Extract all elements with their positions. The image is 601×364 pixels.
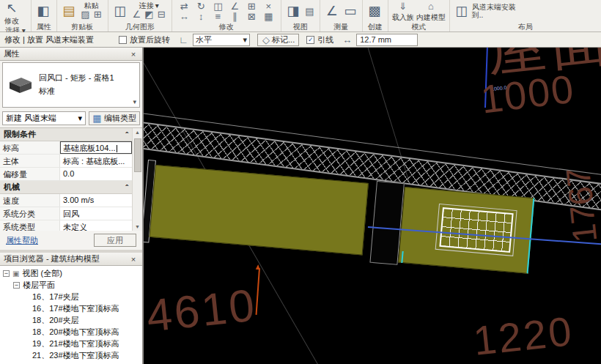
annotation-dim-1767[interactable]: 1767 <box>557 130 601 280</box>
tree-item-floorplan[interactable]: 16、17#楼地下室顶标高 <box>0 302 142 314</box>
load-family-button[interactable]: ⇓ 载入族 <box>392 1 414 21</box>
prop-system-type-value[interactable]: 未定义 <box>60 220 132 231</box>
annotation-dim-1000[interactable]: 1000 <box>479 68 577 119</box>
join-icon[interactable]: ◫ <box>112 3 128 19</box>
join-dropdown-icon[interactable]: ▾ <box>155 1 159 10</box>
type-variant: 标准 <box>39 85 114 98</box>
panel-label-clipboard[interactable]: 剪贴板 <box>59 22 106 31</box>
cut-geometry-icon[interactable]: ◩ <box>143 10 155 21</box>
offset-icon[interactable]: ⊟ <box>155 10 168 21</box>
group-header-mechanical[interactable]: 机械 ˆ <box>0 181 132 194</box>
expander-icon[interactable]: − <box>3 270 10 277</box>
edit-type-button[interactable]: ▦ 编辑类型 <box>89 111 140 125</box>
properties-close-icon[interactable]: × <box>128 50 139 59</box>
duct-mount-icon[interactable]: ◫ <box>454 3 470 19</box>
prop-offset-value[interactable]: 0.0 <box>60 168 132 180</box>
copy-icon[interactable]: ↕ <box>195 10 207 22</box>
orientation-select[interactable]: 水平 ▾ <box>193 34 250 46</box>
tree-root-views[interactable]: − ▣ 视图 (全部) <box>0 267 142 279</box>
scrollbar-thumb[interactable] <box>134 138 141 172</box>
leader-length-input[interactable]: 12.7 mm <box>356 34 418 46</box>
panel-label-create[interactable]: 创建 <box>364 22 386 31</box>
panel-label-mode[interactable]: 模式 <box>390 22 448 31</box>
rotate-after-label: 放置后旋转 <box>130 34 170 45</box>
ribbon-panel-clipboard: ▤ 粘贴 ▨ ⊞ 剪贴板 <box>57 0 108 31</box>
offset-tool-icon[interactable]: ∥ <box>229 10 241 22</box>
prop-velocity-value[interactable]: 3.00 m/s <box>60 194 132 207</box>
copy-to-clipboard-icon[interactable]: ⊞ <box>92 10 104 21</box>
element-filter-select[interactable]: 新建 风道末端 ▾ <box>2 111 86 125</box>
move-icon[interactable]: ↔ <box>178 10 191 22</box>
create-similar-icon[interactable]: ▩ <box>366 3 383 19</box>
visibility-icon[interactable]: ▤ <box>303 5 316 17</box>
tree-item-floorplan[interactable]: 19、21#楼地下室顶标高 <box>0 338 142 349</box>
leader-checkbox-box[interactable]: ✓ <box>306 36 314 44</box>
panel-label-modify[interactable]: 修改 <box>174 22 279 31</box>
panel-label-measure[interactable]: 测量 <box>322 22 361 31</box>
tag-settings-button[interactable]: ◇ 标记... <box>257 34 299 46</box>
panel-label-properties[interactable]: 属性 <box>33 22 55 31</box>
ribbon-panel-create: ▩ 创建 <box>363 0 388 31</box>
collapse-icon[interactable]: ˆ <box>125 130 128 139</box>
cursor-icon: ↖ <box>4 1 20 17</box>
tree-item-floorplan[interactable]: 16、17#夹层 <box>0 291 142 302</box>
tree-item-floorplan[interactable]: 18、20#楼地下室顶标高 <box>0 326 142 338</box>
match-type-icon[interactable]: ▨ <box>79 10 92 21</box>
annotation-dim-1220[interactable]: 1220 <box>471 311 575 362</box>
rotate-after-checkbox[interactable]: 放置后旋转 <box>119 34 170 45</box>
properties-scrollbar[interactable]: ▲ ▼ <box>132 128 142 231</box>
paste-icon[interactable]: ▤ <box>61 3 77 19</box>
prop-host-label: 主体 <box>0 155 60 167</box>
prop-level-value[interactable]: 基础底板104... <box>60 141 132 154</box>
leader-checkbox[interactable]: ✓ 引线 <box>306 34 333 45</box>
ribbon: ↖ 修改 选择 ▾ ◧ 属性 ▤ 粘贴 ▨ ⊞ <box>0 0 601 32</box>
prop-level-text: 基础底板104... <box>63 144 116 152</box>
tree-item-floorplan[interactable]: 18、20#夹层 <box>0 314 142 326</box>
expander-icon[interactable]: − <box>13 282 20 289</box>
tree-item-label: 16、17#楼地下室顶标高 <box>32 303 119 314</box>
properties-palette-icon[interactable]: ◧ <box>35 3 51 19</box>
tree-group-floorplans[interactable]: − 楼层平面 <box>0 279 142 291</box>
tree-item-floorplan[interactable]: 21、23#楼地下室顶标高 <box>0 349 142 361</box>
context-label: 修改 | 放置 风道末端装置 <box>4 34 94 45</box>
properties-help-link[interactable]: 属性帮助 <box>6 235 38 246</box>
pin-icon[interactable]: ▦ <box>262 10 275 22</box>
project-browser-close-icon[interactable]: × <box>128 255 139 264</box>
measure-angle-icon[interactable]: ∠ <box>324 3 340 19</box>
ruler-icon[interactable]: ▭ <box>342 3 358 19</box>
scroll-down-icon[interactable]: ▼ <box>135 223 140 231</box>
options-bar: 修改 | 放置 风道末端装置 放置后旋转 ∟ 水平 ▾ ◇ 标记... ✓ 引线… <box>0 32 601 48</box>
orientation-dropdown-icon: ▾ <box>243 35 248 45</box>
ribbon-panel-modify: ⇄ ↻ ◫ ∠ ⊞ × ↔ ↕ ≡ ∥ ⊠ ▦ 修改 <box>172 0 281 31</box>
prop-system-class-value[interactable]: 回风 <box>60 207 132 220</box>
panel-label-geometry[interactable]: 几何图形 <box>110 22 170 31</box>
scroll-up-icon[interactable]: ▲ <box>135 128 140 136</box>
paste-button-label[interactable]: 粘贴 <box>84 1 99 10</box>
prop-level-label: 标高 <box>0 141 60 154</box>
group-header-constraints[interactable]: 限制条件 ˆ <box>0 128 132 141</box>
cope-icon[interactable]: ∠ <box>130 10 143 21</box>
prop-host-value[interactable]: 标高 : 基础底板... <box>60 155 132 167</box>
duct-mount-label[interactable]: 风道末端安装到.. <box>472 3 517 20</box>
ribbon-panel-geometry: ◫ 连接 ▾ ∠ ◩ ⊟ 几何图形 <box>108 0 172 31</box>
panel-label-view[interactable]: 视图 <box>283 22 318 31</box>
type-dropdown-icon[interactable]: ▾ <box>133 98 136 105</box>
split-icon[interactable]: ≡ <box>212 10 224 22</box>
drawing-canvas[interactable]: 1000.0 屋面 1000 1767 4610 1220 <box>144 48 601 364</box>
annotation-dim-4610[interactable]: 4610 <box>144 282 259 338</box>
duct-segment-left[interactable] <box>150 165 369 256</box>
tree-item-label: 18、20#楼地下室顶标高 <box>32 327 119 338</box>
collapse-icon[interactable]: ˆ <box>125 183 128 192</box>
panel-label-layout[interactable]: 布局 <box>451 22 600 31</box>
join-button-label[interactable]: 连接 <box>139 1 154 10</box>
air-terminal-grille[interactable] <box>439 207 513 253</box>
rotate-after-checkbox-box[interactable] <box>119 36 127 44</box>
modify-button[interactable]: ↖ 修改 <box>4 1 20 25</box>
type-selector[interactable]: 回风口 - 矩形 - 蛋格1 标准 ▾ <box>2 62 140 108</box>
ribbon-panel-properties: ◧ 属性 <box>32 0 57 31</box>
apply-button[interactable]: 应用 <box>94 234 136 247</box>
inplace-model-button[interactable]: ⌂ 内建模型 <box>416 1 446 21</box>
tree-item-label: 19、21#楼地下室顶标高 <box>32 338 119 349</box>
scale-icon[interactable]: ⊠ <box>246 10 258 22</box>
thin-lines-icon[interactable]: ◨ <box>285 3 301 19</box>
